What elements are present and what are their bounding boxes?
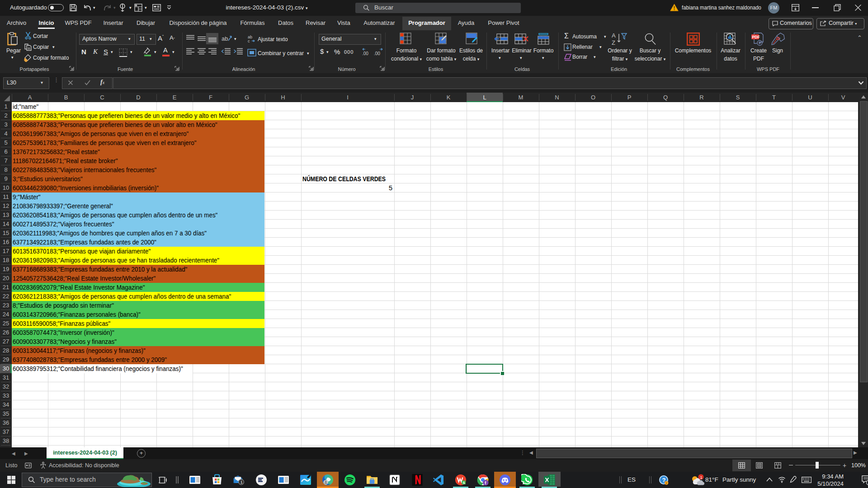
svg-text:1: 1 bbox=[241, 480, 243, 484]
svg-text:c: c bbox=[248, 39, 250, 42]
svg-text:.00: .00 bbox=[374, 51, 380, 56]
svg-text:S: S bbox=[463, 481, 465, 485]
svg-text:.00: .00 bbox=[362, 51, 368, 56]
svg-text:1: 1 bbox=[700, 475, 702, 480]
svg-text:i: i bbox=[666, 482, 667, 485]
svg-text:PDF: PDF bbox=[752, 35, 760, 39]
svg-text:ab: ab bbox=[222, 35, 228, 42]
svg-text:A: A bbox=[612, 32, 616, 39]
svg-text:Z: Z bbox=[612, 39, 615, 46]
